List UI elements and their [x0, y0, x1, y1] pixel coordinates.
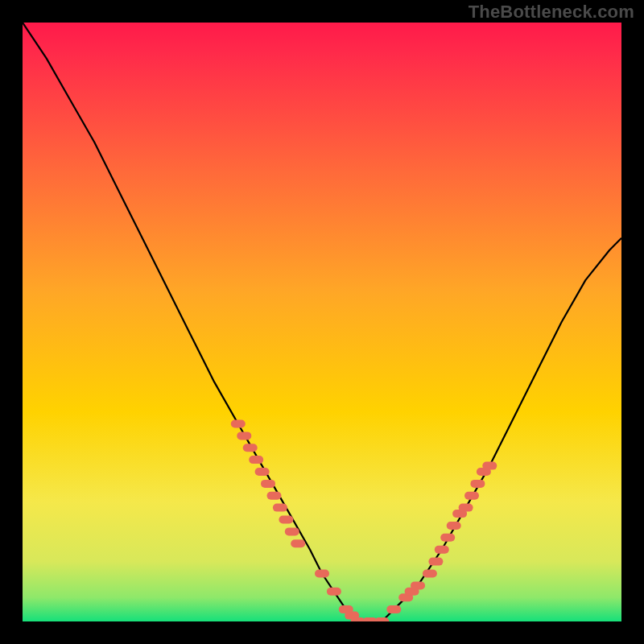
marker-dot	[237, 431, 251, 440]
marker-dot	[231, 420, 246, 428]
marker-dot	[255, 468, 270, 476]
plot-area	[23, 23, 621, 621]
chart-container: TheBottleneck.com	[0, 0, 644, 644]
marker-dot	[440, 534, 455, 542]
marker-dot	[291, 539, 305, 547]
marker-dot	[435, 546, 449, 554]
marker-dot	[261, 480, 275, 488]
watermark-label: TheBottleneck.com	[469, 2, 634, 23]
marker-dot	[428, 558, 443, 566]
marker-dot	[267, 492, 282, 500]
marker-dot	[459, 504, 473, 512]
marker-dot	[423, 570, 437, 578]
marker-dot	[447, 522, 461, 530]
marker-dot	[327, 588, 341, 596]
marker-dot	[315, 570, 329, 578]
marker-dot	[411, 581, 425, 589]
marker-dot	[482, 462, 497, 470]
marker-dot	[273, 504, 287, 512]
marker-dot	[279, 516, 293, 524]
marker-dot	[470, 480, 485, 488]
marker-dot	[285, 527, 299, 535]
marker-dot	[243, 444, 258, 452]
gradient-background	[23, 23, 621, 621]
marker-dot	[249, 456, 263, 464]
marker-dot	[464, 492, 479, 500]
marker-dot	[374, 617, 389, 621]
marker-dot	[386, 605, 401, 613]
chart-svg	[23, 23, 621, 621]
